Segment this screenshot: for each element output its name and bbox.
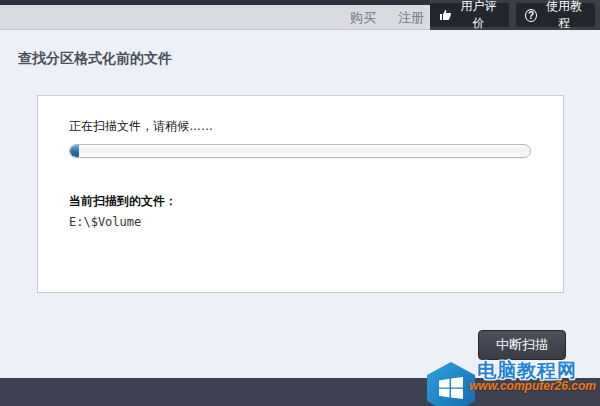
scan-panel: 正在扫描文件，请稍候…… 当前扫描到的文件： E:\$Volume — [37, 95, 564, 293]
current-file-path: E:\$Volume — [69, 215, 141, 229]
user-review-button[interactable]: 用户评价 — [430, 3, 509, 27]
buy-link[interactable]: 购买 — [350, 9, 376, 27]
header-links: 购买 注册 — [350, 5, 424, 30]
user-review-label: 用户评价 — [457, 0, 500, 32]
windows-hexagon-logo-icon — [427, 362, 475, 406]
register-link[interactable]: 注册 — [398, 9, 424, 27]
progress-fill — [70, 145, 79, 157]
question-icon: ? — [525, 9, 537, 22]
scan-status-text: 正在扫描文件，请稍候…… — [69, 118, 213, 135]
scan-progress-bar — [69, 144, 531, 158]
watermark-url: www.computer26.com — [469, 379, 596, 393]
thumb-up-icon — [439, 9, 452, 21]
page-title: 查找分区格式化前的文件 — [18, 50, 172, 68]
header-button-group: 用户评价 ? 使用教程 — [430, 0, 600, 30]
tutorial-button[interactable]: ? 使用教程 — [516, 3, 595, 27]
tutorial-label: 使用教程 — [542, 0, 586, 32]
current-file-label: 当前扫描到的文件： — [69, 193, 177, 210]
site-watermark: 电脑教程网 www.computer26.com — [427, 356, 592, 406]
